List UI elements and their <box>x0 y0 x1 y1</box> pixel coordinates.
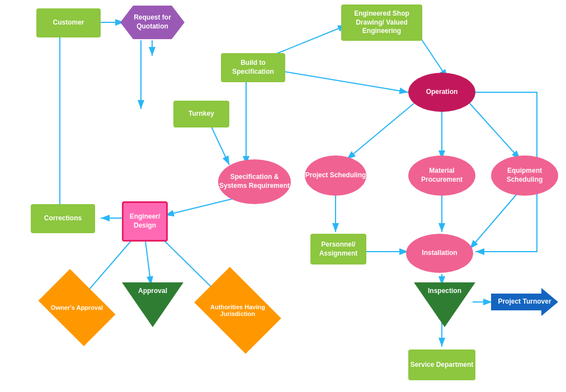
svg-line-17 <box>470 190 520 249</box>
service-dept-node: Service Department <box>408 350 475 380</box>
turnkey-label: Turnkey <box>188 110 214 119</box>
inspection-label: Inspection <box>428 287 461 295</box>
eng-shop-node: Engineered Shop Drawing/ Valued Engineer… <box>341 4 422 41</box>
operation-label: Operation <box>426 88 458 97</box>
personnel-assignment-label: Personnel/ Assignment <box>310 240 366 258</box>
installation-label: Installation <box>422 249 457 258</box>
customer-label: Customer <box>53 18 84 27</box>
authorities-node: Authorities Having Jurisdiction <box>201 285 274 336</box>
project-turnover-node: Project Turnover <box>491 288 558 316</box>
svg-line-7 <box>165 199 234 215</box>
service-dept-label: Service Department <box>411 361 474 370</box>
corrections-label: Corrections <box>44 214 82 223</box>
engineer-design-node: Engineer/ Design <box>122 201 168 242</box>
operation-node: Operation <box>408 73 475 112</box>
equipment-scheduling-node: Equipment Scheduling <box>491 155 558 196</box>
equipment-scheduling-label: Equipment Scheduling <box>491 167 558 184</box>
rfq-node: Request for Quotation <box>120 6 185 39</box>
corrections-node: Corrections <box>31 204 95 233</box>
authorities-label: Authorities Having Jurisdiction <box>201 304 274 317</box>
project-scheduling-node: Project Scheduling <box>305 155 366 196</box>
eng-shop-label: Engineered Shop Drawing/ Valued Engineer… <box>341 10 422 36</box>
rfq-label: Request for Quotation <box>120 13 185 31</box>
personnel-assignment-node: Personnel/ Assignment <box>310 234 366 265</box>
project-scheduling-label: Project Scheduling <box>305 171 366 180</box>
owners-approval-label: Owner's Approval <box>51 304 103 311</box>
svg-line-12 <box>347 103 414 159</box>
svg-line-4 <box>419 36 447 78</box>
spec-req-node: Specification & Systems Requirement <box>218 159 291 204</box>
spec-req-label: Specification & Systems Requirement <box>218 173 291 190</box>
installation-node: Installation <box>406 234 473 273</box>
flowchart: Customer Request for Quotation Build to … <box>0 0 566 392</box>
inspection-node: Inspection <box>414 282 475 333</box>
project-turnover-label: Project Turnover <box>498 297 551 306</box>
approval-label: Approval <box>138 287 167 295</box>
customer-node: Customer <box>36 8 101 37</box>
engineer-design-label: Engineer/ Design <box>124 212 166 230</box>
turnkey-node: Turnkey <box>173 101 229 127</box>
owners-approval-node: Owner's Approval <box>45 285 109 330</box>
material-procurement-label: Material Procurement <box>408 167 475 184</box>
build-spec-label: Build to Specification <box>221 59 285 76</box>
svg-line-14 <box>470 103 520 159</box>
approval-node: Approval <box>122 282 183 333</box>
material-procurement-node: Material Procurement <box>408 155 475 196</box>
build-spec-node: Build to Specification <box>221 53 285 82</box>
